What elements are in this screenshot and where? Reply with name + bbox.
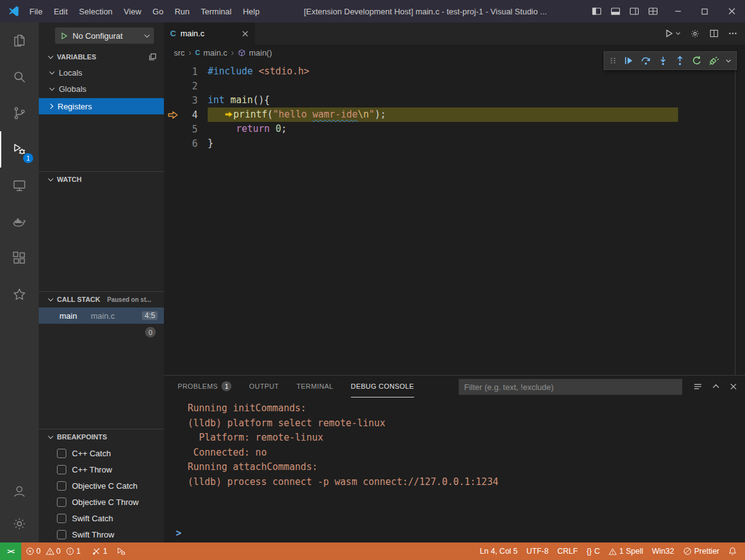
debug-config-dropdown[interactable]: No Configurat (55, 28, 154, 44)
stack-frame-row[interactable]: main main.c 4:5 (39, 308, 164, 324)
toggle-panel-icon[interactable] (611, 6, 621, 16)
remote-indicator[interactable]: >< (0, 542, 21, 560)
debug-statement-arrow-icon (225, 109, 233, 120)
panel-tab-terminal[interactable]: TERMINAL (296, 376, 333, 398)
encoding[interactable]: UTF-8 (522, 542, 553, 560)
panel-tab-problems[interactable]: PROBLEMS1 (178, 376, 231, 398)
variables-item-locals[interactable]: Locals (39, 65, 164, 80)
activity-settings-icon[interactable] (0, 508, 39, 540)
activity-account-icon[interactable] (0, 475, 39, 508)
variables-item-registers[interactable]: Registers (39, 98, 164, 114)
console-prompt[interactable]: > (176, 528, 181, 539)
breakpoint-item[interactable]: Objective C Catch (39, 478, 164, 494)
section-actions-icon[interactable] (148, 52, 157, 61)
cursor-position[interactable]: Ln 4, Col 5 (475, 542, 522, 560)
debug-sidebar: No Configurat VARIABLES Locals Globals R… (39, 22, 164, 542)
platform-status[interactable]: Win32 (647, 542, 678, 560)
eol-sequence[interactable]: CRLF (553, 542, 582, 560)
breakpoints-section-header[interactable]: BREAKPOINTS (39, 430, 164, 444)
spell-checker-status[interactable]: 1 Spell (604, 542, 647, 560)
step-over-icon[interactable] (641, 56, 651, 66)
menu-selection[interactable]: Selection (73, 0, 118, 22)
activity-favorites-icon[interactable] (0, 276, 39, 312)
maximize-button[interactable] (691, 0, 718, 22)
run-or-debug-button[interactable] (664, 29, 681, 38)
call-stack-section-header[interactable]: CALL STACK Paused on st... (39, 292, 164, 306)
toolchain-status[interactable]: 1 (88, 542, 112, 560)
activity-remote-explorer-icon[interactable] (0, 168, 39, 204)
menu-file[interactable]: File (24, 0, 48, 22)
breadcrumb-folder[interactable]: src (174, 48, 185, 58)
maximize-panel-icon[interactable] (712, 382, 720, 391)
menu-edit[interactable]: Edit (48, 0, 73, 22)
toggle-secondary-sidebar-icon[interactable] (629, 6, 639, 16)
code-line[interactable]: 6} (164, 136, 745, 151)
code-line[interactable]: 3int main(){ (164, 93, 745, 108)
gear-icon[interactable] (690, 29, 700, 39)
breakpoint-checkbox[interactable] (57, 530, 66, 539)
menu-go[interactable]: Go (147, 0, 169, 22)
breakpoint-checkbox[interactable] (57, 449, 66, 458)
language-mode[interactable]: {}C (582, 542, 604, 560)
activity-docker-icon[interactable] (0, 204, 39, 240)
close-panel-icon[interactable] (729, 382, 737, 391)
code-line[interactable]: 4 printf("hello wamr-ide\n"); (164, 108, 745, 122)
code-editor[interactable]: 1#include <stdio.h>23int main(){4 printf… (164, 61, 745, 375)
watch-section-header[interactable]: WATCH (39, 172, 164, 186)
breakpoint-checkbox[interactable] (57, 465, 66, 474)
code-line[interactable]: 5 return 0; (164, 122, 745, 136)
breakpoint-checkbox[interactable] (57, 481, 66, 491)
tab-close-icon[interactable] (241, 30, 249, 38)
activity-extensions-icon[interactable] (0, 240, 39, 276)
breakpoint-item[interactable]: C++ Throw (39, 461, 164, 478)
toggle-sidebar-icon[interactable] (592, 6, 602, 16)
activity-search-icon[interactable] (0, 59, 39, 95)
chevron-down-icon[interactable] (726, 59, 731, 63)
breakpoint-checkbox[interactable] (57, 498, 66, 507)
breakpoint-item[interactable]: C++ Catch (39, 445, 164, 461)
activity-explorer-icon[interactable] (0, 22, 39, 59)
variables-item-globals[interactable]: Globals (39, 81, 164, 96)
breakpoint-item[interactable]: Swift Throw (39, 526, 164, 542)
menu-help[interactable]: Help (237, 0, 265, 22)
gripper-icon[interactable] (609, 56, 617, 66)
notifications-bell-icon[interactable] (724, 542, 741, 560)
debug-status[interactable] (112, 542, 130, 560)
step-into-icon[interactable] (658, 56, 668, 66)
code-line[interactable]: 2 (164, 79, 745, 93)
tab-main-c[interactable]: C main.c (164, 22, 255, 44)
output-actions-icon[interactable] (693, 382, 702, 391)
editor-scrollbar[interactable] (735, 61, 736, 375)
debug-current-line-arrow-icon[interactable] (164, 111, 181, 119)
breakpoint-label: Objective C Catch (72, 481, 138, 491)
menu-terminal[interactable]: Terminal (195, 0, 237, 22)
breadcrumb-file[interactable]: C main.c (195, 48, 227, 58)
activity-bar-bottom (0, 475, 39, 542)
close-button[interactable] (718, 0, 745, 22)
debug-console-output[interactable]: Running initCommands:(lldb) platform sel… (164, 398, 745, 542)
restart-icon[interactable] (692, 56, 702, 66)
menu-view[interactable]: View (118, 0, 147, 22)
menu-run[interactable]: Run (169, 0, 195, 22)
split-editor-icon[interactable] (709, 29, 719, 38)
activity-run-and-debug-icon[interactable]: 1 (0, 131, 39, 168)
breakpoint-checkbox[interactable] (57, 514, 66, 523)
breakpoint-item[interactable]: Swift Catch (39, 510, 164, 526)
activity-source-control-icon[interactable] (0, 95, 39, 131)
console-filter-input[interactable] (459, 379, 682, 395)
continue-icon[interactable] (624, 56, 634, 66)
disconnect-icon[interactable] (709, 56, 719, 66)
more-actions-icon[interactable] (728, 29, 737, 38)
panel-tab-debug-console[interactable]: DEBUG CONSOLE (351, 376, 414, 398)
variables-section-header[interactable]: VARIABLES (39, 50, 164, 64)
breakpoint-item[interactable]: Objective C Throw (39, 494, 164, 510)
chevron-down-icon (144, 32, 150, 37)
start-debug-icon[interactable] (60, 32, 68, 40)
customize-layout-icon[interactable] (648, 6, 658, 16)
panel-tab-output[interactable]: OUTPUT (249, 376, 279, 398)
formatter-status[interactable]: Prettier (679, 542, 724, 560)
minimize-button[interactable] (664, 0, 691, 22)
breadcrumb-symbol[interactable]: main() (238, 48, 272, 58)
step-out-icon[interactable] (675, 56, 685, 66)
problems-status[interactable]: 0 0 1 (21, 542, 88, 560)
